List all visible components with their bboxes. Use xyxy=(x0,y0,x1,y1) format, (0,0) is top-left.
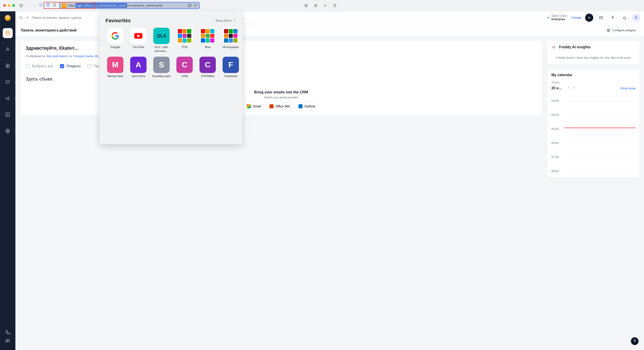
filters-label: Отображается xyxy=(26,54,45,58)
favourite-item[interactable]: CCRM xyxy=(175,57,194,78)
svg-point-11 xyxy=(7,130,8,132)
favourite-item[interactable]: FFacebook xyxy=(221,57,240,78)
favourites-dropdown: Favourites Show More GoogleYouTubeOLXOLX… xyxy=(100,11,242,144)
favourite-label: Facebook xyxy=(221,74,240,78)
close-window-icon[interactable] xyxy=(3,4,6,7)
svg-rect-3 xyxy=(190,4,191,7)
favourites-show-more[interactable]: Show More xyxy=(215,19,236,23)
privacy-shield-icon[interactable] xyxy=(52,3,56,8)
favourite-item[interactable]: MMeisterTask xyxy=(106,57,125,78)
outlook-icon xyxy=(298,104,302,108)
maximize-window-icon[interactable] xyxy=(12,4,15,7)
svg-rect-2 xyxy=(188,4,190,7)
url-text: https: /apix-drive-org.myfreshworks.com/… xyxy=(68,3,164,8)
nav-reports-icon[interactable] xyxy=(3,110,13,120)
svg-rect-7 xyxy=(6,32,10,35)
address-area: https: /apix-drive-org.myfreshworks.com/… xyxy=(39,2,300,9)
product-logo-icon[interactable] xyxy=(5,15,11,21)
nav-contacts-icon[interactable]: ⋮ xyxy=(3,45,13,54)
favourite-label: ТОП xyxy=(175,45,194,49)
nav-deals-icon[interactable]: ⋮ xyxy=(3,61,13,71)
select-all-checkbox[interactable]: Выбрать все xyxy=(26,64,53,68)
sidebar-toggle-icon[interactable] xyxy=(18,2,24,9)
window-controls[interactable] xyxy=(3,4,15,7)
favourite-item[interactable]: CСПРАВКА xyxy=(198,57,218,78)
navigation-arrows[interactable] xyxy=(28,4,36,7)
svg-rect-6 xyxy=(334,5,336,7)
chip-open: Открыто xyxy=(66,64,80,68)
new-tab-icon[interactable] xyxy=(322,2,328,9)
favourite-item[interactable]: Google xyxy=(106,28,125,53)
url-rest: rm/sales/my_dashboards xyxy=(127,4,164,7)
favourite-item[interactable]: Мои xyxy=(198,28,218,53)
filter-actions-dropdown[interactable]: Все действия ▾ xyxy=(47,54,68,58)
for-label: за xyxy=(69,54,72,58)
search-icon xyxy=(19,16,23,20)
office-icon xyxy=(270,104,274,108)
tab-overview-icon[interactable] xyxy=(332,2,338,9)
site-favicon-icon xyxy=(62,3,66,8)
reload-icon[interactable] xyxy=(194,4,198,8)
nav-calendar-active[interactable] xyxy=(3,28,13,38)
nav-conversations-icon[interactable]: ⋮ xyxy=(3,77,13,87)
favourite-item[interactable]: ТОП xyxy=(175,28,194,53)
svg-point-12 xyxy=(20,16,22,19)
svg-point-8 xyxy=(7,48,8,50)
chip-select-all: Выбрать все xyxy=(32,64,53,68)
favourite-label: Мои xyxy=(198,45,218,49)
favourite-item[interactable]: AApiX-Drive xyxy=(128,57,148,78)
minimize-window-icon[interactable] xyxy=(8,4,10,7)
page-title: Панель мониторинга действий xyxy=(21,28,76,33)
chrome-right-icons xyxy=(303,2,338,9)
favourite-item[interactable]: SSaveMyLeads xyxy=(152,57,171,78)
svg-rect-0 xyxy=(20,4,23,7)
search-input[interactable] xyxy=(32,16,104,20)
favourite-label: Google xyxy=(106,45,125,49)
favourite-item[interactable]: OLXOLX: сайт частных… xyxy=(152,28,171,53)
open-checkbox[interactable]: Открыто xyxy=(60,64,80,68)
address-bar[interactable]: https: /apix-drive-org.myfreshworks.com/… xyxy=(59,2,200,9)
left-rail: ⋮ ⋮ ⋮ ⋮ ⋮ xyxy=(0,11,16,184)
favourite-label: ApiX-Drive xyxy=(128,74,148,78)
svg-point-1 xyxy=(64,5,65,6)
url-scheme: https: xyxy=(68,4,76,7)
favourite-label: Интеграции xyxy=(221,45,240,49)
reader-mode-icon[interactable] xyxy=(188,4,192,8)
url-selection: /apix-drive-org.myfreshworks.com/c xyxy=(76,3,127,8)
favourites-title: Favourites xyxy=(106,18,131,24)
favourites-grid: GoogleYouTubeOLXOLX: сайт частных…ТОПМои… xyxy=(104,27,237,79)
favourite-item[interactable]: Интеграции xyxy=(221,28,240,53)
favourite-item[interactable]: YouTube xyxy=(128,28,148,53)
address-bar-actions xyxy=(188,4,199,8)
filter-date-dropdown[interactable]: Сегодня (июль 20) xyxy=(73,54,98,58)
favourite-label: YouTube xyxy=(128,45,148,49)
share-icon[interactable] xyxy=(312,2,319,9)
chevron-down-icon[interactable] xyxy=(25,16,30,20)
favourite-label: MeisterTask xyxy=(106,74,125,78)
chevron-down-icon xyxy=(233,19,236,23)
browser-toolbar: https: /apix-drive-org.myfreshworks.com/… xyxy=(0,0,341,11)
favourite-label: SaveMyLeads xyxy=(152,74,171,78)
nav-settings-icon[interactable]: ⋮ xyxy=(3,126,13,136)
gmail-icon xyxy=(247,104,251,108)
downloads-icon[interactable] xyxy=(303,2,309,9)
tracking-shield-icon[interactable] xyxy=(39,3,43,8)
back-icon[interactable] xyxy=(28,4,31,7)
outlook-button[interactable]: Outlook xyxy=(296,102,318,110)
block-popups-icon[interactable] xyxy=(46,3,50,8)
forward-icon[interactable] xyxy=(32,4,36,7)
favourite-label: СПРАВКА xyxy=(198,74,218,78)
favourite-label: CRM xyxy=(175,74,194,78)
favourite-label: OLX: сайт частных… xyxy=(152,45,171,53)
gmail-button[interactable]: Gmail xyxy=(244,102,264,110)
global-search[interactable] xyxy=(19,16,104,20)
office365-button[interactable]: Office 365 xyxy=(266,102,293,110)
nav-campaigns-icon[interactable]: ⋮ xyxy=(3,93,13,103)
